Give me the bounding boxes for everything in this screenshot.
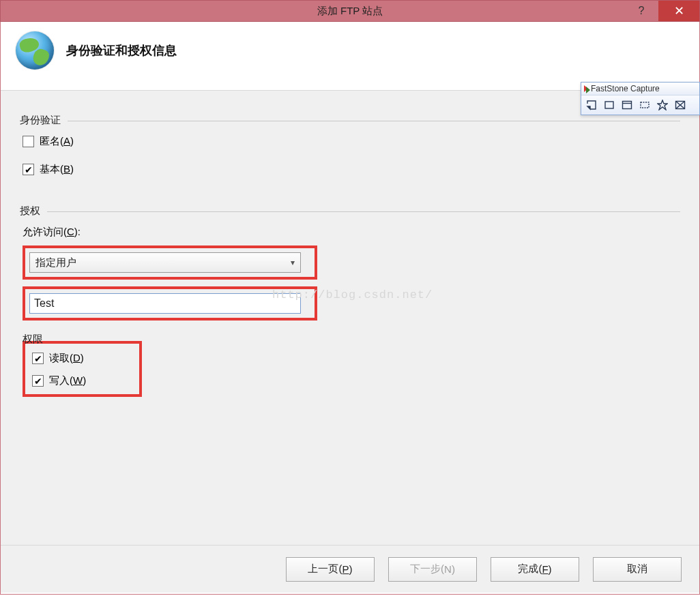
anonymous-checkbox-row[interactable]: 匿名(A) xyxy=(23,135,677,148)
capture-fullscreen-icon[interactable] xyxy=(673,98,687,112)
svg-rect-0 xyxy=(605,102,613,108)
dialog-header: 身份验证和授权信息 xyxy=(1,22,699,91)
window-title: 添加 FTP 站点 xyxy=(1,5,699,18)
user-textbox-highlight: Test xyxy=(23,286,317,321)
authorization-group-label: 授权 xyxy=(20,205,47,218)
help-button[interactable]: ? xyxy=(624,1,658,21)
user-textbox[interactable]: Test xyxy=(29,293,301,314)
faststone-tools xyxy=(581,95,699,115)
permissions-label: 权限 xyxy=(23,333,677,345)
previous-button[interactable]: 上一页(P) xyxy=(286,557,375,582)
dialog-title: 身份验证和授权信息 xyxy=(66,42,177,59)
svg-rect-1 xyxy=(623,102,632,109)
authorization-group: 授权 允许访问(C): 指定用户 ▾ Test 权限 xyxy=(20,205,680,401)
write-checkbox[interactable] xyxy=(32,375,44,387)
allow-access-select-highlight: 指定用户 ▾ xyxy=(23,245,317,280)
globe-icon xyxy=(16,31,54,70)
basic-checkbox[interactable] xyxy=(23,164,34,175)
allow-access-label: 允许访问(C): xyxy=(23,226,677,239)
faststone-titlebar[interactable]: FastStone Capture xyxy=(581,83,699,95)
capture-freehand-icon[interactable] xyxy=(656,98,669,112)
capture-object-icon[interactable] xyxy=(620,98,634,112)
dialog-footer: 上一页(P) 下一步(N) 完成(F) 取消 xyxy=(1,545,699,593)
capture-rect-icon[interactable] xyxy=(638,98,652,112)
cancel-button[interactable]: 取消 xyxy=(593,557,682,582)
authentication-group-label: 身份验证 xyxy=(20,114,68,127)
dialog-content: http://blog.csdn.net/ 身份验证 匿名(A) 基本(B) xyxy=(1,91,699,545)
authentication-group: 身份验证 匿名(A) 基本(B) xyxy=(20,114,680,187)
window-controls: ? ✕ xyxy=(624,1,699,21)
faststone-toolbar[interactable]: FastStone Capture xyxy=(581,82,700,115)
allow-access-select-value: 指定用户 xyxy=(35,256,76,269)
faststone-logo-icon xyxy=(584,85,588,92)
capture-window-icon[interactable] xyxy=(602,98,616,112)
user-textbox-value: Test xyxy=(34,297,54,310)
next-button: 下一步(N) xyxy=(388,557,477,582)
read-checkbox-row[interactable]: 读取(D) xyxy=(32,352,132,365)
svg-rect-3 xyxy=(641,102,649,108)
capture-active-window-icon[interactable] xyxy=(585,98,598,112)
chevron-down-icon: ▾ xyxy=(291,258,295,267)
titlebar: 添加 FTP 站点 ? ✕ xyxy=(0,0,700,22)
basic-checkbox-row[interactable]: 基本(B) xyxy=(23,163,677,176)
close-button[interactable]: ✕ xyxy=(658,1,699,21)
faststone-title: FastStone Capture xyxy=(591,84,660,93)
permissions-highlight: 读取(D) 写入(W) xyxy=(23,341,142,397)
anonymous-checkbox[interactable] xyxy=(23,136,34,147)
finish-button[interactable]: 完成(F) xyxy=(491,557,579,582)
read-checkbox[interactable] xyxy=(32,353,44,364)
allow-access-select[interactable]: 指定用户 ▾ xyxy=(29,252,301,273)
write-checkbox-row[interactable]: 写入(W) xyxy=(32,374,132,387)
